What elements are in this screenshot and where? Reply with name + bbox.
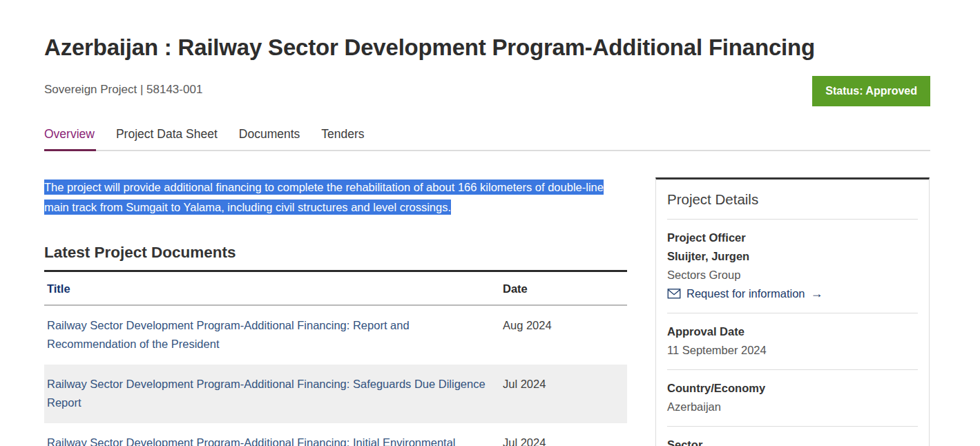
project-description: The project will provide additional fina… [44, 177, 622, 217]
table-row: Railway Sector Development Program-Addit… [44, 423, 627, 446]
header-row: Sovereign Project | 58143-001 Status: Ap… [44, 76, 930, 106]
approval-date-section: Approval Date 11 September 2024 [667, 313, 918, 369]
sector-label: Sector [667, 436, 918, 446]
envelope-icon [667, 288, 681, 300]
project-officer-section: Project Officer Sluijter, Jurgen Sectors… [667, 220, 918, 313]
request-for-information-link[interactable]: Request for information → [667, 284, 918, 303]
tab-overview[interactable]: Overview [44, 127, 96, 151]
documents-header-row: Title Date [44, 271, 627, 306]
selected-text: The project will provide additional fina… [44, 180, 604, 215]
project-page: Azerbaijan : Railway Sector Development … [0, 0, 980, 446]
page-title: Azerbaijan : Railway Sector Development … [44, 35, 930, 61]
country-economy-section: Country/Economy Azerbaijan [667, 369, 918, 426]
tab-bar: Overview Project Data Sheet Documents Te… [44, 127, 930, 151]
country-economy-label: Country/Economy [667, 379, 918, 398]
document-date: Jul 2024 [500, 423, 627, 446]
document-date: Jul 2024 [500, 365, 627, 423]
document-link[interactable]: Railway Sector Development Program-Addit… [44, 305, 500, 365]
project-officer-group: Sectors Group [667, 266, 918, 284]
main-content: The project will provide additional fina… [44, 177, 930, 446]
arrow-right-icon: → [811, 284, 823, 303]
sector-section: Sector Transport [667, 426, 918, 446]
documents-table: Title Date Railway Sector Development Pr… [44, 270, 627, 446]
overview-column: The project will provide additional fina… [44, 177, 627, 446]
project-officer-label: Project Officer [667, 229, 918, 247]
document-link[interactable]: Railway Sector Development Program-Addit… [44, 423, 500, 446]
latest-documents-heading: Latest Project Documents [44, 244, 627, 262]
request-link-label: Request for information [686, 284, 805, 303]
project-details-heading: Project Details [667, 180, 918, 220]
country-economy-value: Azerbaijan [667, 398, 918, 416]
project-details-box: Project Details Project Officer Sluijter… [655, 177, 930, 446]
project-details-column: Project Details Project Officer Sluijter… [655, 177, 930, 446]
status-badge: Status: Approved [812, 76, 930, 106]
tab-tenders[interactable]: Tenders [321, 127, 365, 150]
column-header-date: Date [500, 271, 627, 306]
document-link[interactable]: Railway Sector Development Program-Addit… [44, 365, 500, 423]
project-subtitle: Sovereign Project | 58143-001 [44, 76, 202, 97]
approval-date-value: 11 September 2024 [667, 341, 918, 360]
table-row: Railway Sector Development Program-Addit… [44, 305, 627, 365]
project-officer-name: Sluijter, Jurgen [667, 247, 918, 266]
tab-project-data-sheet[interactable]: Project Data Sheet [116, 127, 219, 150]
column-header-title[interactable]: Title [44, 271, 500, 306]
document-date: Aug 2024 [500, 305, 627, 365]
table-row: Railway Sector Development Program-Addit… [44, 365, 627, 423]
approval-date-label: Approval Date [667, 322, 918, 341]
tab-documents[interactable]: Documents [239, 127, 302, 150]
